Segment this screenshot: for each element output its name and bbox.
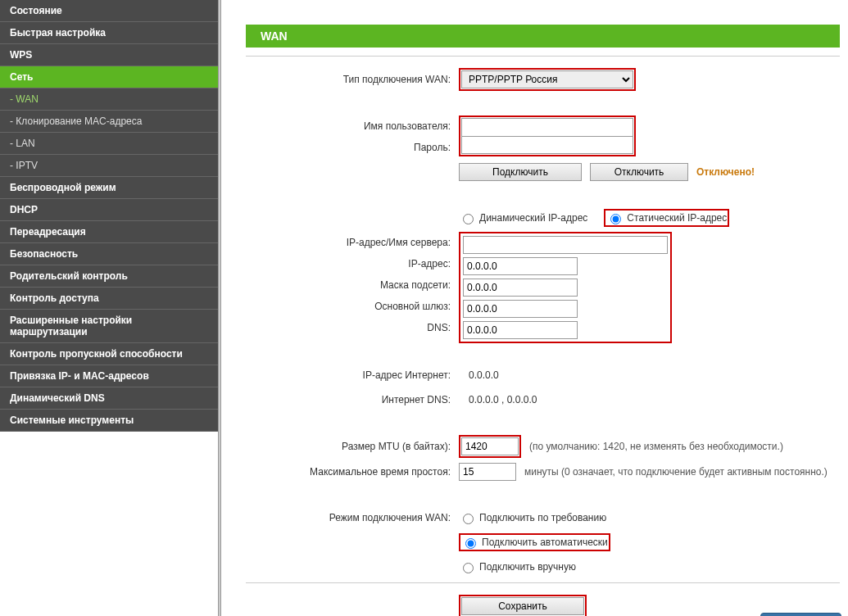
sidebar-item-iptv[interactable]: - IPTV — [0, 155, 218, 177]
label-subnet: Маска подсети: — [246, 274, 459, 296]
label-mtu: Размер MTU (в байтах): — [246, 441, 459, 452]
radio-mode-on-demand-input[interactable] — [463, 514, 474, 524]
value-inet-dns: 0.0.0.0 , 0.0.0.0 — [459, 394, 537, 405]
input-ip-addr[interactable] — [463, 257, 578, 275]
input-ip-server[interactable] — [463, 236, 668, 254]
input-password[interactable] — [461, 136, 633, 154]
sidebar-item-wan[interactable]: - WAN — [0, 88, 218, 111]
input-dns[interactable] — [463, 321, 578, 339]
value-inet-ip: 0.0.0.0 — [459, 369, 499, 381]
sidebar-item-bandwidth[interactable]: Контроль пропускной способности — [0, 343, 218, 365]
sidebar-item-dhcp[interactable]: DHCP — [0, 199, 218, 221]
radio-mode-manual-label: Подключить вручную — [479, 561, 576, 573]
connection-status: Отключено! — [696, 166, 755, 178]
sidebar-item-quick-setup[interactable]: Быстрая настройка — [0, 22, 218, 44]
sidebar-item-routing[interactable]: Расширенные настройки маршрутизации — [0, 310, 218, 343]
sidebar-item-lan[interactable]: - LAN — [0, 133, 218, 155]
label-username: Имя пользователя: — [246, 116, 459, 137]
separator — [246, 56, 840, 57]
radio-mode-on-demand[interactable]: Подключить по требованию — [459, 511, 606, 524]
separator-bottom — [246, 582, 840, 583]
radio-mode-on-demand-label: Подключить по требованию — [479, 512, 606, 523]
label-idle: Максимальное время простоя: — [246, 466, 459, 478]
radio-mode-auto-label: Подключить автоматически — [482, 537, 608, 548]
label-conn-type: Тип подключения WAN: — [246, 74, 459, 85]
label-ip-addr: IP-адрес: — [246, 253, 459, 274]
label-wan-mode: Режим подключения WAN: — [246, 512, 459, 523]
label-ip-server: IP-адрес/Имя сервера: — [246, 232, 459, 253]
sidebar-item-mac-clone[interactable]: - Клонирование MAC-адреса — [0, 111, 218, 133]
input-idle[interactable] — [459, 463, 516, 481]
radio-mode-auto-input[interactable] — [465, 538, 476, 549]
radio-mode-manual[interactable]: Подключить вручную — [459, 560, 576, 573]
label-dns: DNS: — [246, 317, 459, 338]
page-title: WAN — [246, 25, 840, 48]
sidebar-item-ip-mac-binding[interactable]: Привязка IP- и MAC-адресов — [0, 365, 218, 387]
radio-dynamic-ip-label: Динамический IP-адрес — [479, 212, 587, 224]
radio-static-ip-label: Статический IP-адрес — [627, 212, 727, 224]
select-conn-type[interactable]: PPTP/PPTP Россия — [461, 70, 633, 88]
disconnect-button[interactable]: Отключить — [590, 163, 688, 181]
radio-static-ip-input[interactable] — [610, 214, 621, 224]
radio-mode-auto[interactable]: Подключить автоматически — [461, 536, 608, 549]
input-username[interactable] — [461, 118, 633, 136]
sidebar-item-security[interactable]: Безопасность — [0, 243, 218, 265]
connect-button[interactable]: Подключить — [459, 163, 582, 181]
save-button[interactable]: Сохранить — [461, 597, 584, 615]
main-content: WAN Тип подключения WAN: PPTP/PPTP Росси… — [221, 0, 848, 616]
sidebar-item-ddns[interactable]: Динамический DNS — [0, 387, 218, 410]
input-mtu[interactable] — [461, 437, 519, 455]
sidebar-item-parental[interactable]: Родительский контроль — [0, 265, 218, 288]
sidebar-item-status[interactable]: Состояние — [0, 0, 218, 22]
sidebar-item-access-control[interactable]: Контроль доступа — [0, 288, 218, 310]
input-gateway[interactable] — [463, 300, 578, 318]
sidebar-item-system-tools[interactable]: Системные инструменты — [0, 410, 218, 432]
radio-dynamic-ip-input[interactable] — [463, 214, 474, 224]
label-inet-ip: IP-адрес Интернет: — [246, 369, 459, 381]
input-subnet[interactable] — [463, 279, 578, 297]
radio-mode-manual-input[interactable] — [463, 563, 474, 573]
sidebar: Состояние Быстрая настройка WPS Сеть - W… — [0, 0, 218, 616]
sidebar-item-wireless[interactable]: Беспроводной режим — [0, 177, 218, 199]
sidebar-item-wps[interactable]: WPS — [0, 44, 218, 66]
radio-static-ip[interactable]: Статический IP-адрес — [606, 211, 727, 224]
label-password: Пароль: — [246, 137, 459, 158]
label-inet-dns: Интернет DNS: — [246, 394, 459, 405]
radio-dynamic-ip[interactable]: Динамический IP-адрес — [459, 211, 587, 224]
note-idle: минуты (0 означает, что подключение буде… — [524, 466, 828, 478]
sidebar-item-network[interactable]: Сеть — [0, 66, 218, 88]
label-gateway: Основной шлюз: — [246, 296, 459, 317]
watermark: RuDevice.ru — [760, 613, 841, 616]
sidebar-item-forwarding[interactable]: Переадресация — [0, 221, 218, 243]
note-mtu: (по умолчанию: 1420, не изменять без нео… — [529, 441, 783, 452]
